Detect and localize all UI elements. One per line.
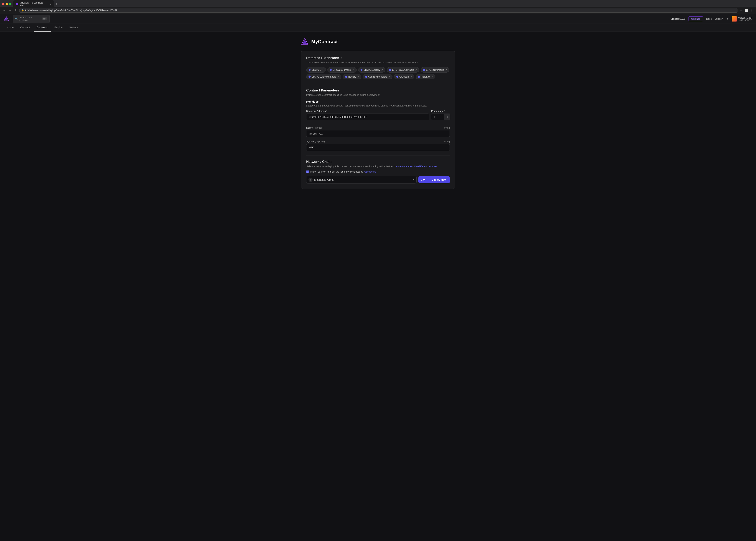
contract-parameters-section: Contract Parameters Parameters the contr… — [306, 89, 450, 151]
royalties-subtitle: Royalties — [306, 100, 450, 103]
tab-close-icon[interactable]: ✕ — [50, 3, 52, 5]
name-type: string — [444, 127, 450, 129]
extension-badge-erc721supply[interactable]: ERC721Supply ↗ — [358, 67, 385, 73]
ext-link-icon: ↗ — [381, 69, 383, 71]
page-content: MyContract Detected Extensions ↗ These e… — [296, 32, 460, 195]
name-required: * — [322, 126, 323, 129]
extension-badge-royalty[interactable]: Royalty ↗ — [343, 74, 361, 79]
theme-toggle-icon[interactable]: ☀ — [726, 17, 729, 21]
ext-link-icon: ↗ — [337, 76, 339, 78]
credits-display: Credits: $0.00 — [670, 17, 685, 20]
minimize-window-button[interactable] — [6, 3, 8, 5]
external-link-icon[interactable]: ↗ — [341, 57, 343, 59]
maximize-window-button[interactable] — [9, 3, 11, 5]
extension-badge-fallback[interactable]: Fallback ↗ — [416, 74, 435, 79]
percentage-input[interactable] — [431, 114, 444, 120]
network-learn-more-link[interactable]: Learn more about the different networks. — [395, 165, 438, 168]
header-right: Credits: $0.00 Upgrade Docs Support ☀ 0x… — [670, 16, 752, 22]
forward-button[interactable]: → — [8, 8, 13, 13]
diamond-icon — [365, 75, 368, 78]
percentage-required: * — [444, 110, 445, 112]
ext-link-icon: ↗ — [410, 76, 412, 78]
thirdweb-logo-icon — [4, 16, 9, 22]
support-link[interactable]: Support — [715, 17, 723, 20]
symbol-input[interactable] — [306, 144, 450, 151]
extension-badge-erc721aqueryable[interactable]: ERC721AQueryable ↗ — [387, 67, 419, 73]
contract-name: MyContract — [311, 39, 338, 45]
back-button[interactable]: ← — [2, 8, 7, 13]
new-tab-button[interactable]: + — [54, 2, 59, 6]
symbol-required: * — [326, 140, 327, 143]
docs-link[interactable]: Docs — [706, 17, 712, 20]
extension-badge-erc721mintable[interactable]: ERC721Mintable ↗ — [421, 67, 449, 73]
active-tab[interactable]: thirdweb: The complete web... ✕ — [13, 0, 54, 8]
tab-title: thirdweb: The complete web... — [20, 1, 48, 7]
extension-badge-erc721[interactable]: ERC721 ↗ — [306, 67, 326, 73]
import-checkbox-label: Import so I can find it in the list of m… — [310, 170, 363, 173]
logo[interactable] — [4, 16, 9, 22]
app-nav: Home Connect Contracts Engine Settings — [0, 24, 756, 32]
contract-params-title: Contract Parameters — [306, 89, 450, 92]
network-title: Network / Chain — [306, 160, 450, 164]
user-info: 0x6caF...128F 1343.287 DEV — [738, 17, 752, 21]
search-shortcut: ⌘K — [42, 17, 47, 20]
dashboard-link[interactable]: /dashboard — [364, 170, 376, 173]
contract-header: MyContract — [301, 38, 455, 45]
upgrade-button[interactable]: Upgrade — [688, 16, 703, 21]
name-input[interactable] — [306, 130, 450, 137]
percentage-field-group: Percentage * % — [431, 110, 450, 120]
nav-connect[interactable]: Connect — [17, 24, 33, 32]
avatar-image — [732, 16, 737, 22]
network-select-wrapper: ○ Moonbase Alpha Ethereum Mainnet Polygo… — [306, 176, 416, 184]
ext-link-icon: ↗ — [388, 76, 390, 78]
import-checkbox[interactable] — [306, 171, 309, 173]
extension-badge-erc721batchmintable[interactable]: ERC721BatchMintable ↗ — [306, 74, 341, 79]
detected-extensions-desc: These extensions will automatically be a… — [306, 61, 450, 64]
search-bar[interactable]: 🔍 Search any contract ⌘K — [13, 15, 50, 23]
app-header: 🔍 Search any contract ⌘K Credits: $0.00 … — [0, 14, 756, 24]
search-icon: 🔍 — [15, 17, 18, 20]
nav-engine[interactable]: Engine — [51, 24, 66, 32]
ext-link-icon: ↗ — [431, 76, 433, 78]
extension-badge-erc721burnable[interactable]: ERC721Burnable ↗ — [327, 67, 357, 73]
refresh-button[interactable]: ↻ — [14, 8, 18, 13]
network-desc: Select a network to deploy this contract… — [306, 165, 450, 168]
detected-extensions-title: Detected Extensions ↗ — [306, 56, 450, 60]
royalties-desc: Determine the address that should receiv… — [306, 104, 450, 107]
nav-settings[interactable]: Settings — [66, 24, 82, 32]
close-window-button[interactable] — [2, 3, 4, 5]
deploy-button-group: 2 ⇄ Deploy Now — [418, 176, 450, 183]
percentage-wrapper: % — [431, 114, 450, 120]
network-logo-icon: ○ — [309, 178, 313, 182]
ext-link-icon: ↗ — [415, 69, 417, 71]
extension-badge-ownable[interactable]: Ownable ↗ — [394, 74, 414, 79]
diamond-icon — [360, 69, 363, 71]
bookmark-icon[interactable]: ☆ — [739, 8, 743, 13]
network-select[interactable]: Moonbase Alpha Ethereum Mainnet Polygon … — [306, 176, 416, 184]
nav-contracts[interactable]: Contracts — [34, 24, 51, 32]
recipient-label: Recipient Address * — [306, 110, 429, 112]
deploy-now-button[interactable]: Deploy Now — [428, 176, 450, 183]
ext-link-icon: ↗ — [353, 69, 354, 71]
user-avatar[interactable]: 0x6caF...128F 1343.287 DEV — [732, 16, 752, 22]
menu-icon[interactable]: ⋮ — [750, 8, 754, 13]
detected-extensions-section: Detected Extensions ↗ These extensions w… — [306, 56, 450, 79]
name-param: (_name) — [314, 127, 322, 129]
extensions-icon[interactable]: ⬜ — [744, 8, 749, 13]
symbol-label-row: Symbol (_symbol) * string — [306, 140, 450, 143]
diamond-icon — [308, 75, 311, 78]
import-checkbox-row: Import so I can find it in the list of m… — [306, 170, 450, 173]
url-text: thirdweb.com/contracts/deploy/Qme7YkdLJd… — [25, 9, 117, 12]
symbol-type: string — [444, 140, 450, 143]
nav-home[interactable]: Home — [4, 24, 17, 32]
ext-link-icon: ↗ — [357, 76, 359, 78]
recipient-address-input[interactable] — [306, 114, 429, 120]
symbol-param: (_symbol) — [315, 140, 325, 143]
tab-bar: thirdweb: The complete web... ✕ + — [0, 0, 756, 7]
extensions-grid: ERC721 ↗ ERC721Burnable ↗ ERC721Supply ↗… — [306, 67, 450, 79]
address-bar[interactable]: 🔒 thirdweb.com/contracts/deploy/Qme7YkdL… — [19, 8, 737, 13]
symbol-field-group: Symbol (_symbol) * string — [306, 140, 450, 151]
extension-badge-contractmetadata[interactable]: ContractMetadata ↗ — [363, 74, 392, 79]
name-field-group: Name (_name) * string — [306, 126, 450, 137]
royalties-fields-row: Recipient Address * Percentage * % — [306, 110, 450, 123]
